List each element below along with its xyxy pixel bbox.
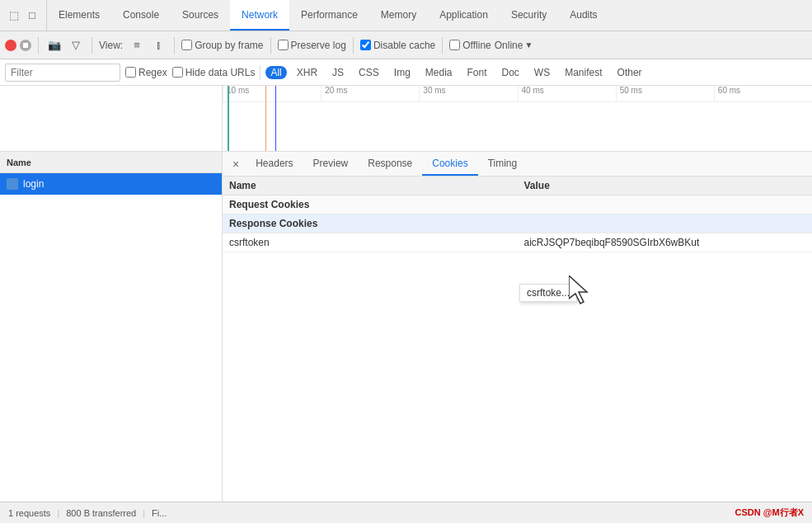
- waterfall-view-button[interactable]: ⫿: [149, 36, 167, 54]
- cursor-icon-svg: [569, 276, 594, 305]
- request-list: Name login: [0, 152, 223, 502]
- offline-checkbox[interactable]: [449, 40, 460, 50]
- cookie-name-csrftoken: csrftoken: [223, 233, 518, 252]
- separator-3: [174, 37, 175, 54]
- type-manifest-button[interactable]: Manifest: [560, 66, 607, 79]
- hide-data-urls-checkbox[interactable]: [172, 67, 183, 78]
- type-all-button[interactable]: All: [265, 66, 286, 79]
- hide-data-urls-text: Hide data URLs: [185, 67, 256, 78]
- group-by-frame-checkbox[interactable]: [181, 40, 192, 50]
- record-button[interactable]: [5, 40, 16, 51]
- cookies-col-value: Value: [518, 177, 813, 196]
- regex-checkbox[interactable]: [125, 67, 136, 78]
- tab-application[interactable]: Application: [428, 0, 500, 31]
- detail-tab-preview[interactable]: Preview: [303, 152, 359, 176]
- cookie-tooltip: csrftoke...: [519, 284, 577, 302]
- tab-audits[interactable]: Audits: [558, 0, 608, 31]
- tab-memory[interactable]: Memory: [369, 0, 428, 31]
- tab-console[interactable]: Console: [111, 0, 171, 31]
- group-by-frame-label[interactable]: Group by frame: [181, 40, 263, 51]
- response-cookies-label: Response Cookies: [223, 214, 518, 233]
- cookies-table: Name Value Request Cookies Response Cook…: [223, 177, 812, 252]
- type-ws-button[interactable]: WS: [529, 66, 555, 79]
- screenshot-button[interactable]: 📷: [45, 36, 63, 54]
- offline-text: Offline: [462, 40, 490, 51]
- filter-button[interactable]: ▽: [67, 36, 85, 54]
- request-list-header: Name: [0, 152, 222, 173]
- type-xhr-button[interactable]: XHR: [292, 66, 322, 79]
- timeline-blue-marker2: [275, 86, 276, 151]
- filter-input[interactable]: [5, 64, 120, 82]
- ruler-60ms: 60 ms: [714, 86, 812, 101]
- timeline-blue-marker: [228, 86, 229, 151]
- type-separator: [260, 65, 260, 80]
- main-area: Name login × Headers Preview Response Co…: [0, 152, 812, 502]
- type-js-button[interactable]: JS: [327, 66, 349, 79]
- type-img-button[interactable]: Img: [389, 66, 415, 79]
- detail-tabs: × Headers Preview Response Cookies Timin…: [223, 152, 812, 177]
- preserve-log-label[interactable]: Preserve log: [278, 40, 346, 51]
- detail-tab-response[interactable]: Response: [358, 152, 422, 176]
- tooltip-text: csrftoke...: [527, 287, 570, 299]
- dropdown-arrow: ▼: [524, 40, 533, 49]
- cookies-col-name: Name: [223, 177, 518, 196]
- status-requests: 1 requests: [8, 508, 50, 518]
- cookies-table-container: Name Value Request Cookies Response Cook…: [223, 177, 812, 502]
- stop-button[interactable]: [20, 40, 31, 51]
- timeline-area: 10 ms 20 ms 30 ms 40 ms 50 ms 60 ms: [0, 86, 812, 152]
- ruler-50ms: 50 ms: [616, 86, 714, 101]
- mobile-icon[interactable]: □: [25, 8, 40, 23]
- separator-6: [442, 37, 443, 54]
- watermark-text: CSDN @M行者X: [735, 507, 804, 519]
- disable-cache-checkbox[interactable]: [360, 40, 371, 50]
- request-item-login[interactable]: login: [0, 173, 222, 195]
- separator-5: [353, 37, 354, 54]
- request-item-name: login: [23, 178, 44, 190]
- type-doc-button[interactable]: Doc: [497, 66, 524, 79]
- throttle-dropdown[interactable]: Online ▼: [495, 40, 533, 51]
- group-by-frame-text: Group by frame: [195, 40, 263, 51]
- ruler-30ms: 30 ms: [419, 86, 517, 101]
- disable-cache-text: Disable cache: [373, 40, 435, 51]
- detail-close-button[interactable]: ×: [226, 158, 246, 171]
- tab-network[interactable]: Network: [230, 0, 289, 31]
- name-column-header: Name: [7, 158, 31, 167]
- type-other-button[interactable]: Other: [613, 66, 647, 79]
- tab-security[interactable]: Security: [500, 0, 558, 31]
- type-media-button[interactable]: Media: [420, 66, 458, 79]
- request-item-icon: [7, 178, 18, 190]
- ruler-10ms: 10 ms: [223, 86, 321, 101]
- hide-data-urls-label[interactable]: Hide data URLs: [172, 67, 256, 78]
- detail-tab-cookies[interactable]: Cookies: [422, 152, 477, 176]
- tab-elements[interactable]: Elements: [47, 0, 111, 31]
- detail-tab-timing[interactable]: Timing: [478, 152, 528, 176]
- preserve-log-checkbox[interactable]: [278, 40, 289, 50]
- request-cookies-header: Request Cookies: [223, 196, 812, 214]
- disable-cache-label[interactable]: Disable cache: [360, 40, 435, 51]
- regex-text: Regex: [138, 67, 167, 78]
- tab-performance[interactable]: Performance: [289, 0, 369, 31]
- detail-tab-headers[interactable]: Headers: [246, 152, 303, 176]
- timeline-right: 10 ms 20 ms 30 ms 40 ms 50 ms 60 ms: [223, 86, 812, 151]
- network-toolbar: 📷 ▽ View: ≡ ⫿ Group by frame Preserve lo…: [0, 31, 812, 59]
- cursor-icon[interactable]: ⬚: [7, 8, 21, 23]
- cursor-overlay: [569, 276, 594, 308]
- devtools-icons: ⬚ □: [7, 0, 47, 31]
- tab-sources[interactable]: Sources: [171, 0, 230, 31]
- request-cookies-label: Request Cookies: [223, 196, 518, 214]
- cookie-row-csrftoken[interactable]: csrftoken aicRJSQP7beqibqF8590SGIrbX6wBK…: [223, 233, 812, 252]
- timeline-ruler: 10 ms 20 ms 30 ms 40 ms 50 ms 60 ms: [223, 86, 812, 102]
- status-transferred: 800 B transferred: [66, 508, 136, 518]
- list-view-button[interactable]: ≡: [128, 36, 146, 54]
- filter-bar: Regex Hide data URLs All XHR JS CSS Img …: [0, 59, 812, 86]
- offline-label[interactable]: Offline: [449, 40, 490, 51]
- svg-marker-0: [569, 276, 587, 304]
- regex-label[interactable]: Regex: [125, 67, 167, 78]
- tab-bar: ⬚ □ Elements Console Sources Network Per…: [0, 0, 812, 31]
- type-css-button[interactable]: CSS: [354, 66, 384, 79]
- timeline-left-spacer: [0, 86, 223, 151]
- cookie-value-csrftoken: aicRJSQP7beqibqF8590SGIrbX6wBKut: [518, 233, 813, 252]
- preserve-log-text: Preserve log: [291, 40, 346, 51]
- status-finish: Fi...: [152, 508, 167, 518]
- type-font-button[interactable]: Font: [462, 66, 492, 79]
